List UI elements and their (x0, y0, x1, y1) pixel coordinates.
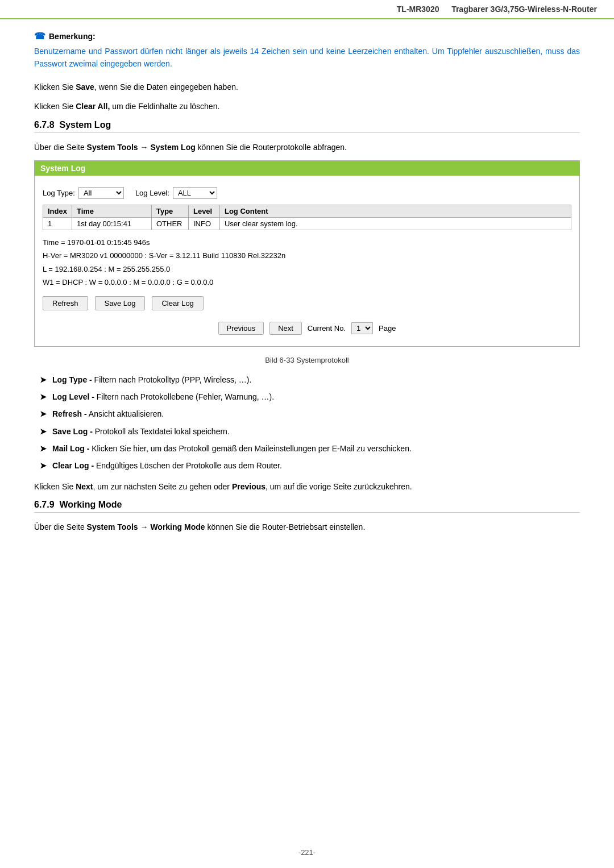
para2: Klicken Sie Clear All, um die Feldinhalt… (34, 100, 580, 113)
bullet-arrow: ➤ (40, 408, 47, 420)
bullet-arrow: ➤ (40, 391, 47, 403)
previous-button[interactable]: Previous (218, 322, 264, 335)
log-level-group: Log Level: ALL Error Warning Info (135, 187, 217, 199)
syslog-panel-title: System Log (35, 161, 579, 176)
log-level-label: Log Level: (135, 189, 169, 197)
bullet-arrow: ➤ (40, 459, 47, 472)
cell-index: 1 (43, 217, 72, 230)
syslog-filters: Log Type: All PPP Wireless Other Log Lev… (43, 187, 571, 199)
section-679-heading: 6.7.9 Working Mode (34, 500, 580, 513)
product-name-label: Tragbarer 3G/3,75G-Wireless-N-Router (451, 5, 597, 14)
col-content-header: Log Content (219, 205, 571, 217)
log-table: Index Time Type Level Log Content 11st d… (43, 205, 571, 230)
sysinfo: Time = 1970-01-01 0:15:45 946sH-Ver = MR… (43, 236, 571, 289)
section-679-number: 6.7.9 (34, 500, 55, 509)
list-item: ➤Save Log - Protokoll als Textdatei loka… (40, 425, 580, 438)
bullet-bold: Clear Log - (52, 461, 94, 470)
header-bar: TL-MR3020 Tragbarer 3G/3,75G-Wireless-N-… (0, 0, 614, 19)
syslog-inner: Log Type: All PPP Wireless Other Log Lev… (35, 176, 579, 346)
section-678-heading: 6.7.8 System Log (34, 120, 580, 133)
bullet-list: ➤Log Type - Filtern nach Protokolltyp (P… (34, 373, 580, 472)
content-area: ☎ Bemerkung: Benutzername und Passwort d… (0, 19, 614, 558)
next-bold: Next (76, 482, 93, 491)
bullet-bold: Log Level - (52, 392, 94, 401)
bullet-bold: Save Log - (52, 427, 93, 436)
note-icon: ☎ (34, 31, 45, 41)
bullet-bold: Refresh - (52, 409, 87, 418)
list-item: ➤Mail Log - Klicken Sie hier, um das Pro… (40, 442, 580, 455)
working-mode-link: System Tools → Working Mode (87, 522, 205, 531)
model-label: TL-MR3020 (397, 5, 439, 14)
col-time-header: Time (72, 205, 151, 217)
page-wrapper: TL-MR3020 Tragbarer 3G/3,75G-Wireless-N-… (0, 0, 614, 868)
note-box: ☎ Bemerkung: Benutzername und Passwort d… (34, 31, 580, 70)
log-type-select[interactable]: All PPP Wireless Other (78, 187, 124, 199)
page-footer: -221- (0, 848, 614, 857)
log-level-select[interactable]: ALL Error Warning Info (173, 187, 217, 199)
bullet-text: Log Level - Filtern nach Protokollebene … (52, 391, 274, 403)
bullet-text: Log Type - Filtern nach Protokolltyp (PP… (52, 373, 251, 386)
section-678-intro: Über die Seite System Tools → System Log… (34, 141, 580, 153)
bullet-text: Clear Log - Endgültiges Löschen der Prot… (52, 459, 282, 472)
sysinfo-line: W1 = DHCP : W = 0.0.0.0 : M = 0.0.0.0 : … (43, 276, 571, 289)
section-679-intro: Über die Seite System Tools → Working Mo… (34, 521, 580, 533)
btn-row: Refresh Save Log Clear Log (43, 296, 571, 310)
clear-log-button[interactable]: Clear Log (152, 296, 203, 310)
header-title: TL-MR3020 Tragbarer 3G/3,75G-Wireless-N-… (397, 5, 597, 14)
log-type-label: Log Type: (43, 189, 75, 197)
list-item: ➤Log Type - Filtern nach Protokolltyp (P… (40, 373, 580, 386)
save-log-button[interactable]: Save Log (95, 296, 146, 310)
para1-bold: Save (76, 82, 94, 92)
bullet-text: Mail Log - Klicken Sie hier, um das Prot… (52, 442, 412, 455)
para-next-prev: Klicken Sie Next, um zur nächsten Seite … (34, 480, 580, 493)
bullet-bold: Log Type - (52, 375, 92, 384)
bullet-arrow: ➤ (40, 425, 47, 438)
col-level-header: Level (188, 205, 219, 217)
current-page-select[interactable]: 1 (351, 322, 373, 334)
page-number: -221- (298, 848, 316, 857)
para2-bold: Clear All, (76, 102, 110, 111)
sysinfo-line: Time = 1970-01-01 0:15:45 946s (43, 236, 571, 249)
para1: Klicken Sie Save, wenn Sie die Daten ein… (34, 81, 580, 93)
bullet-text: Refresh - Ansicht aktualisieren. (52, 408, 164, 420)
syslog-panel: System Log Log Type: All PPP Wireless Ot… (34, 160, 580, 347)
page-label: Page (379, 324, 396, 333)
section-679-title: Working Mode (59, 500, 122, 509)
col-index-header: Index (43, 205, 72, 217)
previous-bold: Previous (232, 482, 265, 491)
list-item: ➤Log Level - Filtern nach Protokollebene… (40, 391, 580, 403)
sysinfo-line: H-Ver = MR3020 v1 00000000 : S-Ver = 3.1… (43, 249, 571, 262)
system-tools-link: System Tools → System Log (87, 143, 196, 152)
table-row: 11st day 00:15:41OTHERINFOUser clear sys… (43, 217, 571, 230)
cell-type: OTHER (151, 217, 188, 230)
section-678-number: 6.7.8 (34, 120, 55, 130)
list-item: ➤Refresh - Ansicht aktualisieren. (40, 408, 580, 420)
note-title-text: Bemerkung: (49, 32, 96, 41)
refresh-button[interactable]: Refresh (43, 296, 88, 310)
log-type-group: Log Type: All PPP Wireless Other (43, 187, 124, 199)
bullet-text: Save Log - Protokoll als Textdatei lokal… (52, 425, 230, 438)
current-no-label: Current No. (308, 324, 346, 333)
sysinfo-line: L = 192.168.0.254 : M = 255.255.255.0 (43, 263, 571, 276)
bullet-arrow: ➤ (40, 373, 47, 386)
pagination-row: Previous Next Current No. 1 Page (43, 318, 571, 340)
next-button[interactable]: Next (269, 322, 302, 335)
list-item: ➤Clear Log - Endgültiges Löschen der Pro… (40, 459, 580, 472)
bullet-bold: Mail Log - (52, 444, 89, 453)
note-text: Benutzername und Passwort dürfen nicht l… (34, 45, 580, 70)
bullet-arrow: ➤ (40, 442, 47, 455)
cell-time: 1st day 00:15:41 (72, 217, 151, 230)
cell-level: INFO (188, 217, 219, 230)
col-type-header: Type (151, 205, 188, 217)
note-title: ☎ Bemerkung: (34, 31, 580, 41)
section-678-title: System Log (59, 120, 111, 130)
figure-caption: Bild 6-33 Systemprotokoll (34, 356, 580, 364)
cell-content: User clear system log. (219, 217, 571, 230)
